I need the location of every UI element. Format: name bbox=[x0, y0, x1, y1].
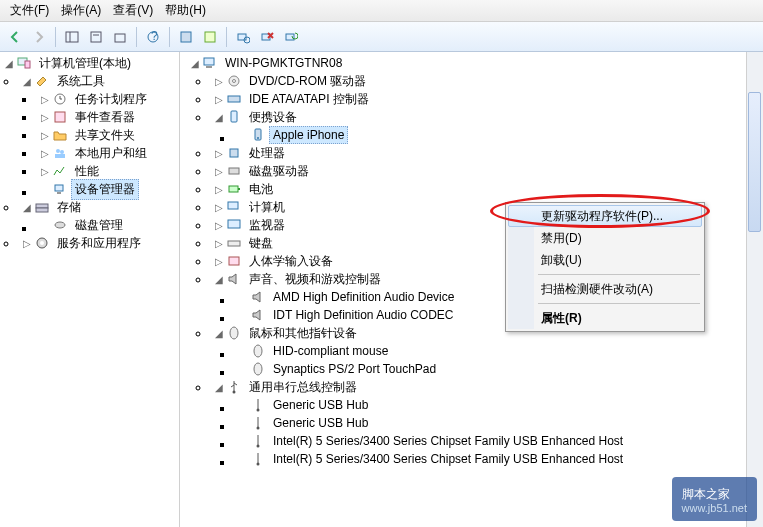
portable-icon bbox=[226, 109, 242, 125]
keyboard-icon bbox=[226, 235, 242, 251]
tree-local-users[interactable]: ▷本地用户和组 bbox=[36, 144, 179, 162]
svg-rect-43 bbox=[228, 202, 238, 209]
device-apple-iphone[interactable]: Apple iPhone bbox=[234, 126, 763, 144]
ctx-separator bbox=[538, 303, 700, 304]
help-button[interactable]: ? bbox=[142, 26, 164, 48]
device-cpu[interactable]: ▷处理器 bbox=[210, 144, 763, 162]
hid-icon bbox=[226, 253, 242, 269]
tree-shared-folders[interactable]: ▷共享文件夹 bbox=[36, 126, 179, 144]
svg-rect-25 bbox=[57, 192, 61, 194]
svg-point-50 bbox=[233, 391, 236, 394]
svg-point-30 bbox=[40, 241, 44, 245]
tree-disk-mgmt[interactable]: 磁盘管理 bbox=[36, 216, 179, 234]
ctx-uninstall[interactable]: 卸载(U) bbox=[508, 249, 702, 271]
svg-rect-39 bbox=[230, 149, 238, 157]
svg-point-22 bbox=[60, 150, 64, 154]
svg-point-54 bbox=[257, 463, 260, 466]
collapse-icon: ▷ bbox=[38, 164, 52, 178]
usb-icon bbox=[250, 397, 266, 413]
device-portable[interactable]: ◢便携设备 bbox=[210, 108, 763, 126]
back-button[interactable] bbox=[4, 26, 26, 48]
tree-event-viewer[interactable]: ▷事件查看器 bbox=[36, 108, 179, 126]
svg-rect-40 bbox=[229, 168, 239, 174]
collapse-icon: ▷ bbox=[212, 200, 226, 214]
svg-rect-42 bbox=[238, 188, 240, 190]
blank-icon bbox=[38, 218, 52, 232]
ctx-disable[interactable]: 禁用(D) bbox=[508, 227, 702, 249]
update-driver-button[interactable] bbox=[280, 26, 302, 48]
device-diskdrv[interactable]: ▷磁盘驱动器 bbox=[210, 162, 763, 180]
device-battery[interactable]: ▷电池 bbox=[210, 180, 763, 198]
svg-rect-9 bbox=[238, 34, 246, 40]
collapse-icon: ▷ bbox=[212, 146, 226, 160]
device-usb-hub1[interactable]: Generic USB Hub bbox=[234, 396, 763, 414]
device-dvd[interactable]: ▷DVD/CD-ROM 驱动器 bbox=[210, 72, 763, 90]
storage-icon bbox=[34, 199, 50, 215]
ctx-update-driver[interactable]: 更新驱动程序软件(P)... bbox=[508, 205, 702, 227]
expand-icon: ◢ bbox=[212, 272, 226, 286]
svg-rect-45 bbox=[228, 241, 240, 246]
properties-button[interactable] bbox=[85, 26, 107, 48]
svg-point-53 bbox=[257, 445, 260, 448]
export-button[interactable] bbox=[109, 26, 131, 48]
ctx-properties[interactable]: 属性(R) bbox=[508, 307, 702, 329]
svg-point-52 bbox=[257, 427, 260, 430]
device-usb-hub2[interactable]: Generic USB Hub bbox=[234, 414, 763, 432]
menu-file[interactable]: 文件(F) bbox=[4, 0, 55, 21]
scan-hardware-button[interactable] bbox=[232, 26, 254, 48]
collapse-icon: ▷ bbox=[38, 146, 52, 160]
menu-action[interactable]: 操作(A) bbox=[55, 0, 107, 21]
device-usb[interactable]: ◢通用串行总线控制器 bbox=[210, 378, 763, 396]
collapse-icon: ▷ bbox=[38, 110, 52, 124]
menu-bar: 文件(F) 操作(A) 查看(V) 帮助(H) bbox=[0, 0, 763, 22]
expand-icon: ◢ bbox=[212, 380, 226, 394]
svg-rect-31 bbox=[204, 58, 214, 65]
blank-icon bbox=[38, 182, 52, 196]
svg-rect-35 bbox=[228, 96, 240, 102]
blank-icon bbox=[236, 128, 250, 142]
tree-system-tools[interactable]: ◢ 系统工具 bbox=[18, 72, 179, 90]
tree-device-manager[interactable]: 设备管理器 bbox=[36, 180, 179, 198]
uninstall-button[interactable] bbox=[256, 26, 278, 48]
tree-performance[interactable]: ▷性能 bbox=[36, 162, 179, 180]
device-ide[interactable]: ▷IDE ATA/ATAPI 控制器 bbox=[210, 90, 763, 108]
expand-icon: ◢ bbox=[188, 56, 202, 70]
svg-rect-7 bbox=[181, 32, 191, 42]
expand-icon: ◢ bbox=[20, 74, 34, 88]
tree-root-computer-mgmt[interactable]: ◢ 计算机管理(本地) bbox=[0, 54, 179, 72]
toolbar-btn-b[interactable] bbox=[199, 26, 221, 48]
svg-point-38 bbox=[257, 137, 259, 139]
svg-rect-44 bbox=[228, 220, 240, 228]
vertical-scrollbar[interactable] bbox=[746, 52, 763, 527]
svg-point-21 bbox=[56, 149, 60, 153]
device-intel1[interactable]: Intel(R) 5 Series/3400 Series Chipset Fa… bbox=[234, 432, 763, 450]
svg-rect-24 bbox=[55, 185, 63, 191]
toolbar-btn-a[interactable] bbox=[175, 26, 197, 48]
device-intel2[interactable]: Intel(R) 5 Series/3400 Series Chipset Fa… bbox=[234, 450, 763, 468]
device-synaptics[interactable]: Synaptics PS/2 Port TouchPad bbox=[234, 360, 763, 378]
forward-button[interactable] bbox=[28, 26, 50, 48]
device-hid-mouse[interactable]: HID-compliant mouse bbox=[234, 342, 763, 360]
menu-view[interactable]: 查看(V) bbox=[107, 0, 159, 21]
tree-task-scheduler[interactable]: ▷任务计划程序 bbox=[36, 90, 179, 108]
menu-help[interactable]: 帮助(H) bbox=[159, 0, 212, 21]
svg-rect-0 bbox=[66, 32, 78, 42]
device-root[interactable]: ◢WIN-PGMKTGTNR08 bbox=[186, 54, 763, 72]
svg-rect-2 bbox=[91, 32, 101, 42]
svg-rect-46 bbox=[229, 257, 239, 265]
usb-icon bbox=[250, 433, 266, 449]
tree-storage[interactable]: ◢存储 bbox=[18, 198, 179, 216]
tree-services-apps[interactable]: ▷服务和应用程序 bbox=[18, 234, 179, 252]
tools-icon bbox=[34, 73, 50, 89]
show-hide-tree-button[interactable] bbox=[61, 26, 83, 48]
ctx-scan-hardware[interactable]: 扫描检测硬件改动(A) bbox=[508, 278, 702, 300]
svg-point-48 bbox=[254, 345, 262, 357]
speaker-icon bbox=[226, 271, 242, 287]
disk-icon bbox=[52, 217, 68, 233]
scrollbar-thumb[interactable] bbox=[748, 92, 761, 232]
clock-icon bbox=[52, 91, 68, 107]
mouse-icon bbox=[250, 343, 266, 359]
ide-icon bbox=[226, 91, 242, 107]
collapse-icon: ▷ bbox=[212, 92, 226, 106]
svg-point-34 bbox=[233, 80, 236, 83]
